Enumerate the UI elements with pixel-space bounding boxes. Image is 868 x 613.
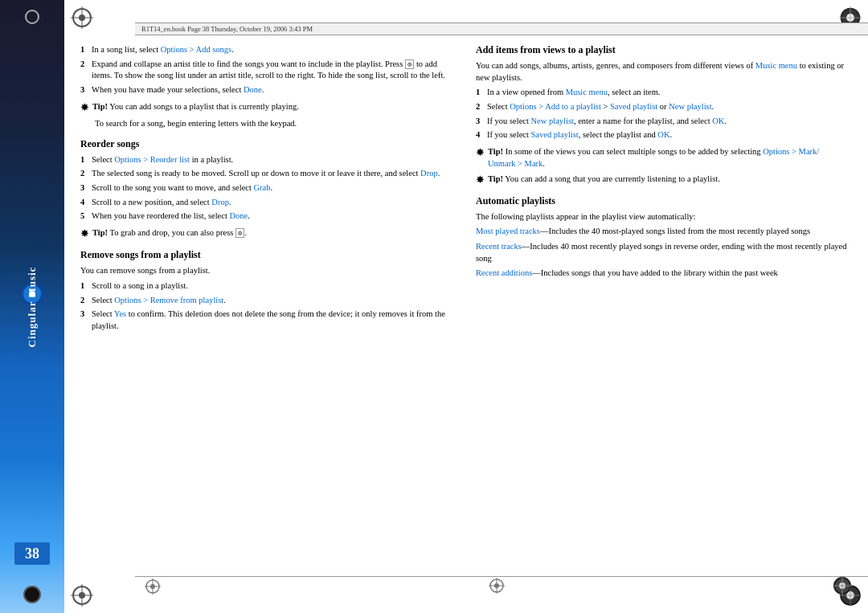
link-new-playlist-1: New playlist [669, 102, 711, 111]
page-container: Cingular Music 38 [0, 0, 868, 613]
reorder-step-4: 4 Scroll to a new position, and select D… [80, 197, 457, 209]
reorder-step-5: 5 When you have reordered the list, sele… [80, 210, 457, 223]
link-recent-additions: Recent additions [476, 268, 532, 277]
footer-mark-right [489, 578, 505, 594]
add-step-3: 3 If you select New playlist, enter a na… [476, 116, 852, 128]
add-step-4: 4 If you select Saved playlist, select t… [476, 129, 852, 141]
two-column-layout: 1 In a song list, select Options > Add s… [80, 44, 852, 597]
reorder-step-1: 1 Select Options > Reorder list in a pla… [80, 154, 457, 166]
header-bar: R1T14_en.book Page 38 Thursday, October … [135, 22, 868, 35]
link-grab: Grab [254, 183, 271, 192]
tip-1: ✸ Tip! You can add songs to a playlist t… [80, 101, 457, 115]
add-steps-list: 1 In a view opened from Music menu, sele… [476, 87, 852, 141]
link-options-reorder: Options > Reorder list [114, 155, 190, 164]
tip-3: ✸ Tip! In some of the views you can sele… [476, 146, 852, 170]
link-options-remove: Options > Remove from playlist [114, 296, 223, 304]
reorder-step-2: 2 The selected song is ready to be moved… [80, 168, 457, 180]
auto-item-3: Recent additions—Includes songs that you… [476, 268, 852, 280]
auto-heading: Automatic playlists [476, 195, 852, 207]
remove-heading: Remove songs from a playlist [80, 249, 457, 261]
link-ok-2: OK [657, 130, 669, 139]
add-step-2: 2 Select Options > Add to a playlist > S… [476, 101, 852, 113]
add-step-1: 1 In a view opened from Music menu, sele… [476, 87, 852, 99]
link-music-menu-2: Music menu [566, 88, 608, 96]
link-options-add-playlist: Options > Add to a playlist [510, 102, 601, 111]
tip-1b: To search for a song, begin entering let… [95, 118, 457, 130]
link-done-1: Done [244, 85, 262, 94]
footer-mark-far-right [833, 576, 852, 595]
link-saved-playlist-2: Saved playlist [531, 130, 579, 139]
link-saved-playlist: Saved playlist [610, 102, 657, 111]
link-done-2: Done [229, 211, 248, 220]
intro-step-1: 1 In a song list, select Options > Add s… [80, 44, 457, 56]
sidebar-top-mark [25, 10, 39, 24]
footer-mark-left [145, 578, 161, 595]
link-new-playlist-2: New playlist [531, 116, 574, 125]
remove-step-3: 3 Select Yes to confirm. This deletion d… [80, 309, 457, 332]
link-options-mark: Options > Mark/Unmark > Mark [488, 147, 819, 168]
sidebar-label: Cingular Music [26, 266, 39, 347]
left-column: 1 In a song list, select Options > Add s… [80, 44, 457, 597]
link-yes: Yes [114, 309, 126, 318]
tip-4: ✸ Tip! You can add a song that you are c… [476, 174, 852, 187]
link-options-add-songs: Options > Add songs [161, 45, 231, 54]
link-music-menu-1: Music menu [755, 61, 797, 70]
page-number: 38 [14, 542, 50, 565]
remove-step-2: 2 Select Options > Remove from playlist. [80, 295, 457, 307]
link-drop-2: Drop [211, 198, 229, 206]
right-column: Add items from views to a playlist You c… [476, 44, 852, 597]
auto-item-1: Most played tracks—Includes the 40 most-… [476, 226, 852, 238]
header-text: R1T14_en.book Page 38 Thursday, October … [141, 25, 313, 33]
link-recent-tracks: Recent tracks [476, 242, 522, 251]
auto-intro: The following playlists appear in the pl… [476, 211, 852, 223]
footer-marks [145, 576, 852, 597]
add-heading: Add items from views to a playlist [476, 44, 852, 56]
reorder-heading: Reorder songs [80, 138, 457, 150]
tip-2: ✸ Tip! To grab and drop, you can also pr… [80, 227, 457, 241]
sidebar: Cingular Music 38 [0, 0, 64, 613]
intro-step-2: 2 Expand and collapse an artist title to… [80, 59, 457, 82]
reorder-steps-list: 1 Select Options > Reorder list in a pla… [80, 154, 457, 223]
main-content: R1T14_en.book Page 38 Thursday, October … [64, 0, 868, 613]
sidebar-bottom-mark [23, 586, 41, 603]
intro-steps-list: 1 In a song list, select Options > Add s… [80, 44, 457, 96]
remove-step-1: 1 Scroll to a song in a playlist. [80, 280, 457, 292]
link-ok-1: OK [712, 116, 724, 125]
link-most-played: Most played tracks [476, 227, 540, 235]
link-drop-1: Drop [420, 169, 438, 178]
auto-item-2: Recent tracks—Includes 40 most recently … [476, 241, 852, 264]
add-intro: You can add songs, albums, artists, genr… [476, 60, 852, 84]
remove-steps-list: 1 Scroll to a song in a playlist. 2 Sele… [80, 280, 457, 333]
remove-intro: You can remove songs from a playlist. [80, 265, 457, 277]
intro-step-3: 3 When you have made your selections, se… [80, 84, 457, 96]
reorder-step-3: 3 Scroll to the song you want to move, a… [80, 182, 457, 194]
